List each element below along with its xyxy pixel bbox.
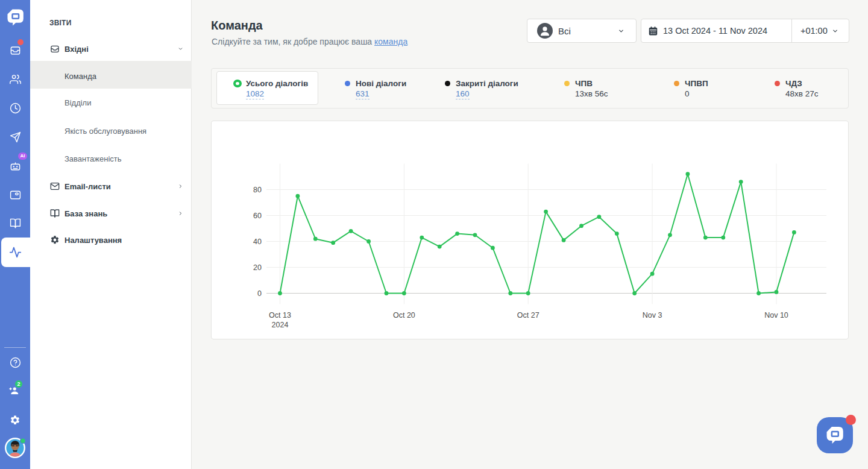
svg-text:Oct 20: Oct 20 — [393, 311, 415, 319]
svg-text:0: 0 — [257, 289, 262, 298]
svg-text:Oct 27: Oct 27 — [517, 311, 539, 319]
svg-text:Oct 13: Oct 13 — [269, 311, 291, 319]
svg-text:40: 40 — [253, 238, 262, 246]
svg-text:80: 80 — [253, 186, 262, 194]
svg-text:60: 60 — [253, 212, 262, 220]
svg-text:Nov 3: Nov 3 — [643, 311, 662, 319]
svg-text:2024: 2024 — [272, 321, 289, 329]
svg-text:20: 20 — [253, 263, 262, 272]
svg-text:Nov 10: Nov 10 — [764, 311, 788, 319]
